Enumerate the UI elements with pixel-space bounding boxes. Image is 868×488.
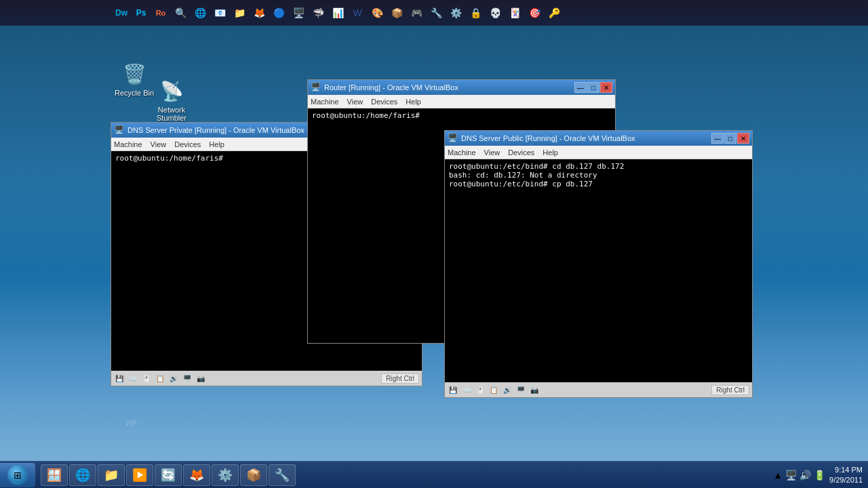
router-menu-machine[interactable]: Machine bbox=[311, 98, 339, 106]
desktop: 🗑️ Recycle Bin 📡 Network Stumbler VIP 🖥️… bbox=[0, 0, 868, 461]
taskbar-app-explorer[interactable]: 🪟 bbox=[41, 464, 68, 486]
tray-icon-network[interactable]: 🖥️ bbox=[785, 470, 797, 481]
top-icon-chrome[interactable]: 🔵 bbox=[269, 3, 288, 22]
tray-icon-volume[interactable]: 🔊 bbox=[800, 470, 811, 481]
taskbar-top: Dw Ps Ro 🔍 🌐 📧 📁 🦊 🔵 🖥️ 🦈 📊 W 🎨 📦 🎮 🔧 ⚙️… bbox=[0, 0, 868, 26]
dns-public-menu-help[interactable]: Help bbox=[542, 148, 558, 157]
pub-status-icon-5: 🔊 bbox=[502, 384, 513, 395]
taskbar-app-files[interactable]: 📁 bbox=[98, 464, 125, 486]
taskbar-bottom: ⊞ 🪟 🌐 📁 ▶️ 🔄 🦊 ⚙️ 📦 🔧 ▲ 🖥️ 🔊 🔋 9:14 PM 9… bbox=[0, 461, 868, 488]
top-icon-ro[interactable]: Ro bbox=[151, 3, 170, 22]
top-icon-tool2[interactable]: ⚙️ bbox=[446, 3, 465, 22]
start-button[interactable]: ⊞ bbox=[0, 463, 35, 487]
router-menu-devices[interactable]: Devices bbox=[371, 98, 397, 106]
dns-public-window: 🖥️ DNS Server Public [Running] - Oracle … bbox=[444, 130, 753, 398]
router-title: Router [Running] - Oracle VM VirtualBox bbox=[324, 83, 574, 92]
top-icon-mail[interactable]: 📧 bbox=[210, 3, 229, 22]
router-menu-view[interactable]: View bbox=[347, 98, 363, 106]
top-icon-firefox[interactable]: 🦊 bbox=[250, 3, 269, 22]
router-menu-help[interactable]: Help bbox=[406, 98, 421, 106]
top-icon-wireshark[interactable]: 🦈 bbox=[309, 3, 328, 22]
top-icon-ie[interactable]: 🌐 bbox=[191, 3, 210, 22]
dns-public-titlebar[interactable]: 🖥️ DNS Server Public [Running] - Oracle … bbox=[445, 131, 752, 146]
status-icon-3: 🖱️ bbox=[141, 373, 152, 384]
status-icon-4: 📋 bbox=[155, 373, 165, 384]
router-menubar: Machine View Devices Help bbox=[308, 95, 615, 108]
status-icon-6: 🖥️ bbox=[182, 373, 193, 384]
top-icon-filezilla[interactable]: 📁 bbox=[230, 3, 249, 22]
dns-public-line-0: root@ubuntu:/etc/bind# cd db.127 db.172 bbox=[449, 162, 748, 171]
dns-private-menu-devices[interactable]: Devices bbox=[174, 140, 201, 148]
network-stumbler-label: Network Stumbler bbox=[151, 106, 193, 122]
top-icon-skull[interactable]: 💀 bbox=[486, 3, 505, 22]
top-icon-dw[interactable]: Dw bbox=[112, 3, 131, 22]
system-clock[interactable]: 9:14 PM 9/29/2011 bbox=[829, 465, 863, 485]
pub-status-icon-2: ⌨️ bbox=[461, 384, 472, 395]
pub-status-icon-3: 🖱️ bbox=[475, 384, 486, 395]
dns-public-menu-machine[interactable]: Machine bbox=[448, 148, 476, 157]
taskbar-right: ▲ 🖥️ 🔊 🔋 9:14 PM 9/29/2011 bbox=[768, 465, 868, 485]
dns-public-terminal[interactable]: root@ubuntu:/etc/bind# cd db.127 db.172 … bbox=[445, 159, 752, 382]
dns-private-menu-view[interactable]: View bbox=[151, 140, 167, 148]
taskbar-app-firefox[interactable]: 🦊 bbox=[183, 464, 210, 486]
taskbar-app-update[interactable]: 🔄 bbox=[155, 464, 182, 486]
top-icon-game[interactable]: 🎮 bbox=[407, 3, 426, 22]
top-icon-vmware[interactable]: 🖥️ bbox=[289, 3, 308, 22]
top-icon-misc3[interactable]: 🔑 bbox=[545, 3, 564, 22]
pub-status-icon-7: 📷 bbox=[529, 384, 540, 395]
top-icon-security[interactable]: 🔒 bbox=[466, 3, 485, 22]
dns-public-menu-devices[interactable]: Devices bbox=[508, 148, 534, 157]
router-titlebar[interactable]: 🖥️ Router [Running] - Oracle VM VirtualB… bbox=[308, 80, 615, 95]
top-icon-paint[interactable]: 🎨 bbox=[368, 3, 387, 22]
dns-public-title: DNS Server Public [Running] - Oracle VM … bbox=[461, 134, 711, 142]
pub-status-icon-1: 💾 bbox=[448, 384, 458, 395]
top-icon-search[interactable]: 🔍 bbox=[171, 3, 190, 22]
clock-date: 9/29/2011 bbox=[829, 475, 863, 485]
top-icon-misc1[interactable]: 🃏 bbox=[505, 3, 524, 22]
taskbar-app-settings[interactable]: ⚙️ bbox=[212, 464, 239, 486]
dns-public-rightctrl: Right Ctrl bbox=[711, 385, 749, 395]
dns-private-rightctrl: Right Ctrl bbox=[381, 373, 419, 384]
taskbar-app-vbox[interactable]: 📦 bbox=[240, 464, 267, 486]
recycle-bin-icon: 🗑️ bbox=[121, 60, 148, 87]
top-icon-word[interactable]: W bbox=[348, 3, 367, 22]
top-icon-misc2[interactable]: 🎯 bbox=[525, 3, 544, 22]
router-minimize[interactable]: — bbox=[574, 82, 587, 93]
dns-public-menu-view[interactable]: View bbox=[484, 148, 500, 157]
router-terminal-line: root@ubuntu:/home/faris# bbox=[312, 111, 611, 120]
dns-private-menu-help[interactable]: Help bbox=[209, 140, 224, 148]
router-close[interactable]: ✕ bbox=[600, 82, 612, 93]
top-icon-3d[interactable]: 📦 bbox=[387, 3, 406, 22]
taskbar-apps: 🪟 🌐 📁 ▶️ 🔄 🦊 ⚙️ 📦 🔧 bbox=[38, 464, 768, 486]
dns-public-close[interactable]: ✕ bbox=[737, 133, 749, 144]
dns-public-minimize[interactable]: — bbox=[711, 133, 724, 144]
pub-status-icon-4: 📋 bbox=[488, 384, 499, 395]
router-maximize[interactable]: □ bbox=[587, 82, 599, 93]
status-icon-2: ⌨️ bbox=[127, 373, 138, 384]
status-icon-1: 💾 bbox=[114, 373, 125, 384]
taskbar-app-media[interactable]: ▶️ bbox=[126, 464, 153, 486]
vm-icon: 🖥️ bbox=[114, 125, 125, 136]
top-icon-tool1[interactable]: 🔧 bbox=[427, 3, 446, 22]
top-icon-excel[interactable]: 📊 bbox=[328, 3, 347, 22]
tray-icon-battery[interactable]: 🔋 bbox=[814, 470, 825, 481]
status-icon-5: 🔊 bbox=[168, 373, 179, 384]
pub-status-icon-6: 🖥️ bbox=[515, 384, 526, 395]
tray-icon-arrow[interactable]: ▲ bbox=[773, 470, 783, 481]
dns-public-controls: — □ ✕ bbox=[711, 133, 749, 144]
dns-public-menubar: Machine View Devices Help bbox=[445, 146, 752, 159]
dns-private-statusbar: 💾 ⌨️ 🖱️ 📋 🔊 🖥️ 📷 Right Ctrl bbox=[111, 371, 422, 386]
taskbar-app-tool[interactable]: 🔧 bbox=[269, 464, 296, 486]
dns-public-statusbar: 💾 ⌨️ 🖱️ 📋 🔊 🖥️ 📷 Right Ctrl bbox=[445, 382, 752, 397]
dns-public-line-2: root@ubuntu:/etc/bind# cp db.127 bbox=[449, 180, 748, 188]
desktop-icon-network-stumbler[interactable]: 📡 Network Stumbler bbox=[148, 75, 195, 125]
dns-public-maximize[interactable]: □ bbox=[724, 133, 736, 144]
dns-private-menu-machine[interactable]: Machine bbox=[114, 140, 142, 148]
taskbar-app-ie[interactable]: 🌐 bbox=[69, 464, 96, 486]
top-icons: Dw Ps Ro 🔍 🌐 📧 📁 🦊 🔵 🖥️ 🦈 📊 W 🎨 📦 🎮 🔧 ⚙️… bbox=[112, 3, 868, 22]
start-orb: ⊞ bbox=[7, 465, 28, 485]
network-stumbler-icon: 📡 bbox=[158, 77, 185, 104]
top-icon-ps[interactable]: Ps bbox=[132, 3, 151, 22]
system-tray: ▲ 🖥️ 🔊 🔋 bbox=[773, 470, 825, 481]
status-icon-7: 📷 bbox=[195, 373, 206, 384]
